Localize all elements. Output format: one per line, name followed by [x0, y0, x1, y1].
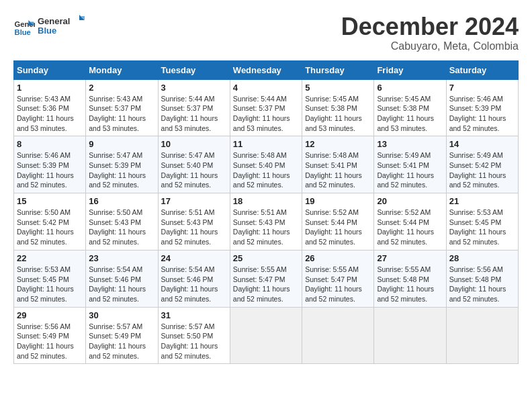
- day-number: 2: [89, 83, 154, 93]
- week-row-3: 15 Sunrise: 5:50 AMSunset: 5:42 PMDaylig…: [14, 193, 519, 250]
- svg-text:Blue: Blue: [38, 26, 56, 36]
- day-info: Sunrise: 5:49 AMSunset: 5:42 PMDaylight:…: [449, 151, 506, 189]
- week-row-1: 1 Sunrise: 5:43 AMSunset: 5:36 PMDayligh…: [14, 79, 519, 136]
- day-number: 14: [449, 139, 515, 149]
- day-cell: 26 Sunrise: 5:55 AMSunset: 5:47 PMDaylig…: [302, 250, 374, 307]
- day-cell: 31 Sunrise: 5:57 AMSunset: 5:50 PMDaylig…: [158, 307, 230, 364]
- day-number: 18: [233, 196, 299, 206]
- day-number: 19: [305, 196, 371, 206]
- day-info: Sunrise: 5:55 AMSunset: 5:47 PMDaylight:…: [305, 265, 362, 303]
- svg-text:General: General: [38, 16, 70, 26]
- day-info: Sunrise: 5:43 AMSunset: 5:37 PMDaylight:…: [89, 95, 146, 132]
- day-cell: 18 Sunrise: 5:51 AMSunset: 5:43 PMDaylig…: [230, 193, 302, 250]
- day-number: 11: [233, 139, 299, 149]
- day-info: Sunrise: 5:46 AMSunset: 5:39 PMDaylight:…: [17, 151, 74, 189]
- day-number: 1: [17, 83, 83, 93]
- day-cell: 16 Sunrise: 5:50 AMSunset: 5:43 PMDaylig…: [86, 193, 158, 250]
- day-info: Sunrise: 5:56 AMSunset: 5:48 PMDaylight:…: [449, 265, 506, 303]
- day-info: Sunrise: 5:56 AMSunset: 5:49 PMDaylight:…: [17, 322, 74, 360]
- day-info: Sunrise: 5:44 AMSunset: 5:37 PMDaylight:…: [161, 95, 218, 132]
- day-cell: 27 Sunrise: 5:55 AMSunset: 5:48 PMDaylig…: [374, 250, 446, 307]
- day-cell: 14 Sunrise: 5:49 AMSunset: 5:42 PMDaylig…: [446, 136, 518, 193]
- day-info: Sunrise: 5:55 AMSunset: 5:47 PMDaylight:…: [233, 265, 290, 303]
- day-number: 20: [377, 196, 443, 206]
- day-info: Sunrise: 5:49 AMSunset: 5:41 PMDaylight:…: [377, 151, 434, 189]
- header-row: SundayMondayTuesdayWednesdayThursdayFrid…: [14, 60, 519, 79]
- week-row-5: 29 Sunrise: 5:56 AMSunset: 5:49 PMDaylig…: [14, 307, 519, 364]
- header-cell-sunday: Sunday: [14, 60, 86, 79]
- day-cell: [230, 307, 302, 364]
- page-header: General Blue General Blue December 2024 …: [13, 13, 519, 52]
- day-info: Sunrise: 5:55 AMSunset: 5:48 PMDaylight:…: [377, 265, 434, 303]
- day-cell: 30 Sunrise: 5:57 AMSunset: 5:49 PMDaylig…: [86, 307, 158, 364]
- day-number: 17: [161, 196, 227, 206]
- day-info: Sunrise: 5:53 AMSunset: 5:45 PMDaylight:…: [17, 265, 74, 303]
- day-number: 7: [449, 83, 515, 93]
- logo-svg: General Blue: [38, 13, 85, 40]
- svg-text:Blue: Blue: [15, 28, 31, 36]
- calendar-subtitle: Cabuyaro, Meta, Colombia: [341, 40, 519, 52]
- day-cell: 24 Sunrise: 5:54 AMSunset: 5:46 PMDaylig…: [158, 250, 230, 307]
- day-cell: 9 Sunrise: 5:47 AMSunset: 5:39 PMDayligh…: [86, 136, 158, 193]
- day-number: 30: [89, 310, 154, 320]
- day-cell: 1 Sunrise: 5:43 AMSunset: 5:36 PMDayligh…: [14, 79, 86, 136]
- header-cell-friday: Friday: [374, 60, 446, 79]
- day-info: Sunrise: 5:48 AMSunset: 5:41 PMDaylight:…: [305, 151, 362, 189]
- day-number: 9: [89, 139, 154, 149]
- day-cell: 29 Sunrise: 5:56 AMSunset: 5:49 PMDaylig…: [14, 307, 86, 364]
- day-number: 31: [161, 310, 227, 320]
- day-number: 16: [89, 196, 154, 206]
- day-cell: [374, 307, 446, 364]
- day-info: Sunrise: 5:57 AMSunset: 5:49 PMDaylight:…: [89, 322, 146, 360]
- day-info: Sunrise: 5:45 AMSunset: 5:38 PMDaylight:…: [305, 95, 362, 132]
- day-info: Sunrise: 5:50 AMSunset: 5:43 PMDaylight:…: [89, 208, 146, 246]
- day-info: Sunrise: 5:50 AMSunset: 5:42 PMDaylight:…: [17, 208, 74, 246]
- day-info: Sunrise: 5:43 AMSunset: 5:36 PMDaylight:…: [17, 95, 74, 132]
- day-cell: 3 Sunrise: 5:44 AMSunset: 5:37 PMDayligh…: [158, 79, 230, 136]
- day-number: 15: [17, 196, 83, 206]
- day-info: Sunrise: 5:47 AMSunset: 5:39 PMDaylight:…: [89, 151, 146, 189]
- day-info: Sunrise: 5:52 AMSunset: 5:44 PMDaylight:…: [305, 208, 362, 246]
- day-info: Sunrise: 5:46 AMSunset: 5:39 PMDaylight:…: [449, 95, 506, 132]
- header-cell-tuesday: Tuesday: [158, 60, 230, 79]
- calendar-title: December 2024: [341, 13, 519, 40]
- day-number: 22: [17, 253, 83, 263]
- day-info: Sunrise: 5:54 AMSunset: 5:46 PMDaylight:…: [161, 265, 218, 303]
- day-number: 4: [233, 83, 299, 93]
- day-cell: 15 Sunrise: 5:50 AMSunset: 5:42 PMDaylig…: [14, 193, 86, 250]
- day-cell: 8 Sunrise: 5:46 AMSunset: 5:39 PMDayligh…: [14, 136, 86, 193]
- logo: General Blue General Blue: [13, 13, 85, 43]
- day-cell: 5 Sunrise: 5:45 AMSunset: 5:38 PMDayligh…: [302, 79, 374, 136]
- day-cell: 28 Sunrise: 5:56 AMSunset: 5:48 PMDaylig…: [446, 250, 518, 307]
- week-row-2: 8 Sunrise: 5:46 AMSunset: 5:39 PMDayligh…: [14, 136, 519, 193]
- day-number: 29: [17, 310, 83, 320]
- day-number: 21: [449, 196, 515, 206]
- day-info: Sunrise: 5:44 AMSunset: 5:37 PMDaylight:…: [233, 95, 290, 132]
- header-cell-wednesday: Wednesday: [230, 60, 302, 79]
- day-number: 27: [377, 253, 443, 263]
- calendar-table: SundayMondayTuesdayWednesdayThursdayFrid…: [13, 60, 519, 365]
- header-cell-monday: Monday: [86, 60, 158, 79]
- day-number: 28: [449, 253, 515, 263]
- day-number: 24: [161, 253, 227, 263]
- day-number: 8: [17, 139, 83, 149]
- day-info: Sunrise: 5:54 AMSunset: 5:46 PMDaylight:…: [89, 265, 146, 303]
- day-number: 23: [89, 253, 154, 263]
- day-number: 6: [377, 83, 443, 93]
- day-cell: 25 Sunrise: 5:55 AMSunset: 5:47 PMDaylig…: [230, 250, 302, 307]
- day-cell: 20 Sunrise: 5:52 AMSunset: 5:44 PMDaylig…: [374, 193, 446, 250]
- day-cell: 17 Sunrise: 5:51 AMSunset: 5:43 PMDaylig…: [158, 193, 230, 250]
- day-number: 25: [233, 253, 299, 263]
- header-cell-saturday: Saturday: [446, 60, 518, 79]
- day-cell: 12 Sunrise: 5:48 AMSunset: 5:41 PMDaylig…: [302, 136, 374, 193]
- week-row-4: 22 Sunrise: 5:53 AMSunset: 5:45 PMDaylig…: [14, 250, 519, 307]
- day-cell: 10 Sunrise: 5:47 AMSunset: 5:40 PMDaylig…: [158, 136, 230, 193]
- day-cell: 4 Sunrise: 5:44 AMSunset: 5:37 PMDayligh…: [230, 79, 302, 136]
- day-cell: [446, 307, 518, 364]
- header-cell-thursday: Thursday: [302, 60, 374, 79]
- day-cell: [302, 307, 374, 364]
- day-info: Sunrise: 5:53 AMSunset: 5:45 PMDaylight:…: [449, 208, 506, 246]
- day-cell: 6 Sunrise: 5:45 AMSunset: 5:38 PMDayligh…: [374, 79, 446, 136]
- day-cell: 21 Sunrise: 5:53 AMSunset: 5:45 PMDaylig…: [446, 193, 518, 250]
- day-cell: 7 Sunrise: 5:46 AMSunset: 5:39 PMDayligh…: [446, 79, 518, 136]
